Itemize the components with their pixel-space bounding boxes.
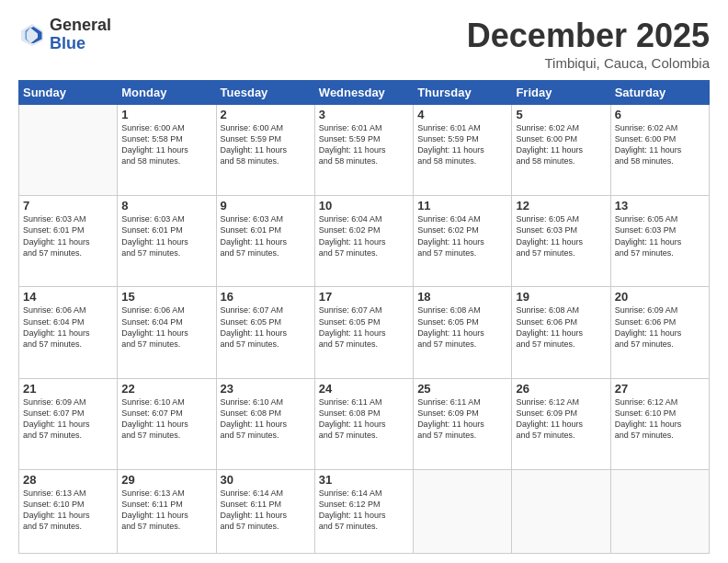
table-row: [19, 105, 118, 196]
day-info: Sunrise: 6:13 AM Sunset: 6:10 PM Dayligh…: [23, 488, 113, 533]
col-sunday: Sunday: [19, 81, 118, 105]
calendar-week-row: 28Sunrise: 6:13 AM Sunset: 6:10 PM Dayli…: [19, 469, 710, 553]
day-info: Sunrise: 6:03 AM Sunset: 6:01 PM Dayligh…: [23, 213, 113, 259]
day-number: 19: [516, 290, 606, 304]
calendar: Sunday Monday Tuesday Wednesday Thursday…: [18, 80, 710, 554]
day-number: 17: [319, 290, 409, 304]
title-block: December 2025 Timbiqui, Cauca, Colombia: [467, 17, 710, 71]
page: General Blue December 2025 Timbiqui, Cau…: [0, 0, 728, 563]
table-row: 19Sunrise: 6:08 AM Sunset: 6:06 PM Dayli…: [512, 287, 610, 378]
day-number: 29: [121, 473, 211, 487]
header: General Blue December 2025 Timbiqui, Cau…: [18, 17, 710, 71]
day-info: Sunrise: 6:06 AM Sunset: 6:04 PM Dayligh…: [121, 304, 211, 350]
day-info: Sunrise: 6:01 AM Sunset: 5:59 PM Dayligh…: [319, 122, 409, 167]
day-info: Sunrise: 6:02 AM Sunset: 6:00 PM Dayligh…: [516, 122, 606, 167]
table-row: 30Sunrise: 6:14 AM Sunset: 6:11 PM Dayli…: [216, 469, 314, 553]
day-info: Sunrise: 6:00 AM Sunset: 5:58 PM Dayligh…: [121, 122, 211, 167]
table-row: 28Sunrise: 6:13 AM Sunset: 6:10 PM Dayli…: [19, 469, 118, 553]
table-row: 29Sunrise: 6:13 AM Sunset: 6:11 PM Dayli…: [118, 469, 216, 553]
day-number: 20: [615, 290, 705, 304]
day-info: Sunrise: 6:10 AM Sunset: 6:08 PM Dayligh…: [221, 396, 311, 442]
calendar-week-row: 7Sunrise: 6:03 AM Sunset: 6:01 PM Daylig…: [19, 196, 710, 287]
table-row: 11Sunrise: 6:04 AM Sunset: 6:02 PM Dayli…: [414, 196, 512, 287]
table-row: 14Sunrise: 6:06 AM Sunset: 6:04 PM Dayli…: [19, 287, 118, 378]
day-number: 21: [23, 382, 113, 396]
day-info: Sunrise: 6:12 AM Sunset: 6:09 PM Dayligh…: [516, 396, 606, 442]
day-number: 9: [221, 199, 311, 213]
table-row: 12Sunrise: 6:05 AM Sunset: 6:03 PM Dayli…: [512, 196, 610, 287]
day-number: 28: [23, 473, 113, 487]
day-number: 15: [121, 290, 211, 304]
day-info: Sunrise: 6:02 AM Sunset: 6:00 PM Dayligh…: [615, 122, 705, 167]
table-row: 1Sunrise: 6:00 AM Sunset: 5:58 PM Daylig…: [118, 105, 216, 196]
table-row: 7Sunrise: 6:03 AM Sunset: 6:01 PM Daylig…: [19, 196, 118, 287]
day-number: 5: [516, 108, 606, 121]
day-number: 23: [221, 382, 311, 396]
day-info: Sunrise: 6:00 AM Sunset: 5:59 PM Dayligh…: [221, 122, 311, 167]
table-row: 8Sunrise: 6:03 AM Sunset: 6:01 PM Daylig…: [118, 196, 216, 287]
day-number: 8: [121, 199, 211, 213]
day-info: Sunrise: 6:10 AM Sunset: 6:07 PM Dayligh…: [121, 396, 211, 442]
day-number: 31: [319, 473, 409, 487]
col-wednesday: Wednesday: [314, 81, 413, 105]
day-number: 27: [615, 382, 705, 396]
logo-blue: Blue: [50, 35, 111, 53]
table-row: 21Sunrise: 6:09 AM Sunset: 6:07 PM Dayli…: [19, 378, 118, 469]
table-row: 3Sunrise: 6:01 AM Sunset: 5:59 PM Daylig…: [314, 105, 413, 196]
table-row: 18Sunrise: 6:08 AM Sunset: 6:05 PM Dayli…: [414, 287, 512, 378]
table-row: [414, 469, 512, 553]
day-info: Sunrise: 6:08 AM Sunset: 6:05 PM Dayligh…: [417, 304, 507, 350]
table-row: 27Sunrise: 6:12 AM Sunset: 6:10 PM Dayli…: [610, 378, 709, 469]
calendar-week-row: 14Sunrise: 6:06 AM Sunset: 6:04 PM Dayli…: [19, 287, 710, 378]
day-info: Sunrise: 6:03 AM Sunset: 6:01 PM Dayligh…: [221, 213, 311, 259]
day-number: 24: [319, 382, 409, 396]
day-number: 22: [121, 382, 211, 396]
table-row: 4Sunrise: 6:01 AM Sunset: 5:59 PM Daylig…: [414, 105, 512, 196]
day-number: 18: [417, 290, 507, 304]
subtitle: Timbiqui, Cauca, Colombia: [467, 55, 710, 71]
col-friday: Friday: [512, 81, 610, 105]
day-info: Sunrise: 6:07 AM Sunset: 6:05 PM Dayligh…: [319, 304, 409, 350]
day-number: 30: [221, 473, 311, 487]
logo-icon: [18, 21, 46, 49]
day-number: 25: [417, 382, 507, 396]
table-row: 25Sunrise: 6:11 AM Sunset: 6:09 PM Dayli…: [414, 378, 512, 469]
day-info: Sunrise: 6:05 AM Sunset: 6:03 PM Dayligh…: [615, 213, 705, 259]
col-saturday: Saturday: [610, 81, 709, 105]
table-row: 17Sunrise: 6:07 AM Sunset: 6:05 PM Dayli…: [314, 287, 413, 378]
day-number: 12: [516, 199, 606, 213]
table-row: 5Sunrise: 6:02 AM Sunset: 6:00 PM Daylig…: [512, 105, 610, 196]
day-number: 14: [23, 290, 113, 304]
day-number: 11: [417, 199, 507, 213]
calendar-week-row: 21Sunrise: 6:09 AM Sunset: 6:07 PM Dayli…: [19, 378, 710, 469]
col-tuesday: Tuesday: [216, 81, 314, 105]
day-number: 4: [417, 108, 507, 121]
month-title: December 2025: [467, 17, 710, 55]
day-info: Sunrise: 6:09 AM Sunset: 6:06 PM Dayligh…: [615, 304, 705, 350]
col-thursday: Thursday: [414, 81, 512, 105]
table-row: 31Sunrise: 6:14 AM Sunset: 6:12 PM Dayli…: [314, 469, 413, 553]
calendar-week-row: 1Sunrise: 6:00 AM Sunset: 5:58 PM Daylig…: [19, 105, 710, 196]
table-row: 6Sunrise: 6:02 AM Sunset: 6:00 PM Daylig…: [610, 105, 709, 196]
day-number: 1: [121, 108, 211, 121]
table-row: 15Sunrise: 6:06 AM Sunset: 6:04 PM Dayli…: [118, 287, 216, 378]
table-row: 20Sunrise: 6:09 AM Sunset: 6:06 PM Dayli…: [610, 287, 709, 378]
day-info: Sunrise: 6:11 AM Sunset: 6:09 PM Dayligh…: [417, 396, 507, 442]
day-info: Sunrise: 6:12 AM Sunset: 6:10 PM Dayligh…: [615, 396, 705, 442]
day-info: Sunrise: 6:05 AM Sunset: 6:03 PM Dayligh…: [516, 213, 606, 259]
day-number: 6: [615, 108, 705, 121]
day-info: Sunrise: 6:03 AM Sunset: 6:01 PM Dayligh…: [121, 213, 211, 259]
day-number: 3: [319, 108, 409, 121]
day-info: Sunrise: 6:06 AM Sunset: 6:04 PM Dayligh…: [23, 304, 113, 350]
day-number: 10: [319, 199, 409, 213]
day-info: Sunrise: 6:09 AM Sunset: 6:07 PM Dayligh…: [23, 396, 113, 442]
table-row: [512, 469, 610, 553]
day-number: 7: [23, 199, 113, 213]
table-row: 23Sunrise: 6:10 AM Sunset: 6:08 PM Dayli…: [216, 378, 314, 469]
day-number: 16: [221, 290, 311, 304]
day-info: Sunrise: 6:07 AM Sunset: 6:05 PM Dayligh…: [221, 304, 311, 350]
day-info: Sunrise: 6:04 AM Sunset: 6:02 PM Dayligh…: [319, 213, 409, 259]
day-number: 26: [516, 382, 606, 396]
table-row: 26Sunrise: 6:12 AM Sunset: 6:09 PM Dayli…: [512, 378, 610, 469]
col-monday: Monday: [118, 81, 216, 105]
